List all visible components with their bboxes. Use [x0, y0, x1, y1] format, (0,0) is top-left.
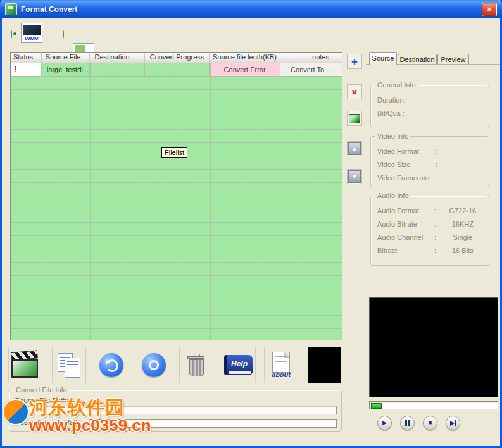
column-header-source-file[interactable]: Source File: [42, 53, 90, 63]
preview-file-button[interactable]: [347, 111, 362, 126]
arrow-down-icon: ▼: [348, 170, 361, 183]
tab-preview[interactable]: Preview: [437, 54, 469, 65]
refresh-icon: [99, 353, 123, 377]
grid-line: [282, 63, 282, 340]
column-header-destination[interactable]: Destination: [90, 53, 146, 63]
filelist-table: Status Source File Destination Convert P…: [10, 52, 342, 340]
notes-cell: Convert To ...: [280, 63, 342, 77]
tab-destination[interactable]: Destination: [398, 54, 437, 65]
avi-radio[interactable]: [63, 30, 64, 39]
add-file-button[interactable]: +: [347, 54, 362, 69]
convert-progress-cell: [145, 63, 210, 77]
skip-icon: [450, 420, 456, 426]
play-button[interactable]: ▶: [377, 416, 392, 430]
grid-line: [146, 63, 146, 340]
pause-button[interactable]: [400, 416, 415, 430]
column-header-notes[interactable]: notes: [280, 53, 342, 63]
general-info-group: General Info Duration: Bit/Qua :: [370, 85, 489, 127]
source-file-path-field[interactable]: [14, 406, 337, 414]
audio-bitrate-value: 16KHZ: [441, 220, 485, 228]
colon: :: [434, 207, 441, 215]
colon: :: [434, 220, 441, 228]
column-header-source-length[interactable]: Source file lenth(KB): [210, 53, 281, 63]
add-icon: +: [351, 56, 358, 67]
record-icon: [142, 353, 166, 377]
audio-info-title: Audio Info: [375, 192, 411, 199]
record-button[interactable]: [137, 347, 171, 383]
destination-cell: [90, 63, 146, 77]
move-up-button[interactable]: ▲: [347, 141, 362, 156]
tab-source[interactable]: Source: [369, 52, 397, 65]
colon: :: [436, 161, 442, 168]
grid-line: [42, 63, 42, 340]
colon: :: [436, 147, 442, 155]
audio-format-value: G722-16: [441, 207, 485, 215]
bitqua-label: Bit/Qua :: [377, 109, 436, 117]
filelist-tooltip: Filelist: [161, 147, 187, 158]
audio-channel-value: Single: [441, 233, 485, 241]
column-header-convert-progress[interactable]: Convert Progress: [145, 53, 210, 63]
audio-format-label: Audio Format: [377, 207, 434, 215]
wmv-thumbnail: [23, 25, 41, 35]
filelist-button[interactable]: [52, 347, 86, 383]
delete-all-button[interactable]: [179, 347, 213, 383]
source-file-path-label: Source File Path:: [15, 397, 68, 404]
format-option-avi[interactable]: [63, 30, 64, 38]
image-icon: [349, 114, 360, 123]
error-icon: !: [14, 65, 16, 74]
wmv-radio[interactable]: [11, 30, 12, 39]
video-framerate-label: Video Framerate: [377, 174, 436, 182]
convert-button[interactable]: [8, 347, 42, 383]
destination-file-path-label: Destination File Path:: [15, 418, 82, 426]
delete-icon: ×: [352, 87, 358, 97]
status-cell: !: [11, 63, 42, 77]
stop-icon: ■: [429, 420, 432, 426]
app-icon: [5, 3, 17, 15]
delete-file-button[interactable]: ×: [347, 84, 362, 99]
audio-channel-label: Audio Channel: [377, 233, 434, 241]
playback-progress-bar: [369, 401, 498, 409]
video-size-label: Video Size: [377, 161, 436, 168]
duration-label: Duration:: [377, 96, 436, 104]
table-row[interactable]: ! large_testdl... Convert Error Convert …: [11, 63, 342, 77]
bitrate-value: 16 Bits: [441, 247, 485, 254]
about-label: about: [270, 371, 292, 378]
help-book-icon: Help: [224, 355, 253, 375]
play-icon: ▶: [382, 420, 387, 426]
help-label: Help: [225, 359, 253, 368]
video-info-group: Video Info Video Format : Video Size : V…: [370, 136, 489, 187]
move-down-button[interactable]: ▼: [347, 169, 362, 184]
column-header-status[interactable]: Status: [11, 53, 42, 63]
next-button[interactable]: [446, 416, 460, 430]
logo-placeholder: [308, 347, 341, 383]
colon: :: [434, 247, 441, 254]
pause-icon: [405, 420, 410, 426]
help-button[interactable]: Help: [222, 347, 256, 383]
colon: :: [434, 233, 441, 241]
file-list-icon: [56, 352, 82, 378]
refresh-button[interactable]: [94, 347, 129, 383]
wmv-format-icon: WMV: [21, 23, 42, 43]
format-option-wmv[interactable]: [11, 30, 12, 38]
general-info-title: General Info: [375, 81, 418, 89]
video-preview: [369, 297, 498, 397]
video-format-label: Video Format: [377, 147, 436, 155]
empty-rows-grid: [11, 76, 342, 340]
bitrate-label: Bitrate: [377, 247, 434, 254]
about-button[interactable]: about: [264, 347, 298, 383]
grid-line: [210, 63, 211, 340]
audio-info-group: Audio Info Audio Format : G722-16 Audio …: [370, 196, 489, 266]
destination-file-path-field[interactable]: [89, 419, 337, 428]
stop-button[interactable]: ■: [423, 416, 437, 430]
source-file-cell: large_testdl...: [42, 63, 90, 77]
length-cell: Convert Error: [210, 63, 281, 77]
colon: :: [436, 174, 442, 182]
grid-line: [90, 63, 91, 340]
clapperboard-icon: [11, 352, 39, 378]
about-document-icon: about: [270, 352, 292, 378]
titlebar[interactable]: Format Convert ×: [0, 0, 502, 18]
wmv-label: WMV: [22, 35, 42, 42]
audio-bitrate-label: Audio Bitrate: [377, 220, 434, 228]
filelist-header: Status Source File Destination Convert P…: [11, 53, 342, 63]
close-button[interactable]: ×: [482, 3, 497, 16]
